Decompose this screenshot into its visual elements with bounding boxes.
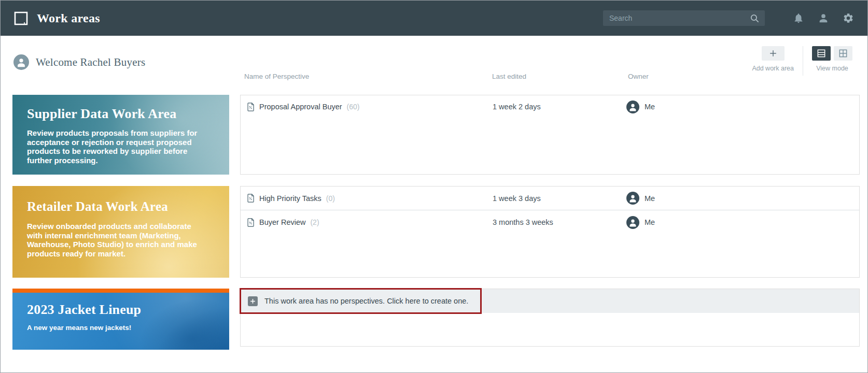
perspective-row[interactable]: High Priority Tasks (0) 1 week 3 days Me [241, 187, 859, 210]
work-area-card-jackets[interactable]: 2023 Jacket Lineup A new year means new … [12, 289, 229, 350]
perspective-owner: Me [645, 218, 655, 226]
welcome-banner: Welcome Rachel Buyers [13, 54, 145, 70]
column-header-name: Name of Perspective [244, 73, 309, 80]
perspective-owner: Me [645, 103, 655, 111]
create-perspective-row[interactable]: This work area has no perspectives. Clic… [241, 289, 859, 313]
page-title: Work areas [37, 11, 100, 25]
add-work-area-button[interactable] [762, 46, 785, 61]
plus-square-icon [248, 296, 258, 306]
work-area-title: Supplier Data Work Area [27, 106, 215, 122]
perspective-name-cell: Buyer Review (2) [247, 210, 319, 234]
add-work-area-group: Add work area [752, 46, 794, 72]
app-logo-icon [14, 11, 28, 25]
perspective-row[interactable]: Buyer Review (2) 3 months 3 weeks Me [241, 210, 859, 234]
perspective-count: (0) [326, 194, 335, 203]
perspective-name: Buyer Review [259, 218, 305, 226]
column-header-last-edited: Last edited [492, 73, 526, 80]
document-icon [247, 103, 255, 111]
perspective-last-edited: 1 week 3 days [493, 187, 541, 210]
gear-icon[interactable] [843, 12, 854, 24]
work-area-section-jackets: 2023 Jacket Lineup A new year means new … [12, 289, 860, 350]
search-input[interactable] [609, 14, 750, 22]
view-list-button[interactable] [812, 46, 831, 61]
perspective-owner-cell: Me [626, 187, 655, 210]
perspective-name-cell: Proposal Approval Buyer (60) [247, 95, 360, 118]
document-icon [247, 218, 255, 227]
app-header: Work areas [1, 1, 867, 36]
view-mode-label: View mode [816, 65, 848, 72]
perspective-last-edited: 3 months 3 weeks [493, 210, 553, 234]
user-icon[interactable] [818, 12, 829, 24]
welcome-avatar-icon [13, 54, 29, 70]
work-area-card-supplier[interactable]: Supplier Data Work Area Review products … [12, 95, 229, 175]
work-area-title: 2023 Jacket Lineup [27, 302, 215, 318]
owner-avatar-icon [626, 101, 639, 113]
work-area-description: Review products proposals from suppliers… [27, 128, 198, 165]
empty-perspectives-message: This work area has no perspectives. Clic… [264, 297, 468, 305]
work-area-title: Retailer Data Work Area [27, 199, 215, 214]
perspective-name-cell: High Priority Tasks (0) [247, 187, 335, 210]
search-bar [603, 10, 765, 26]
view-grid-button[interactable] [834, 46, 852, 61]
bell-icon[interactable] [793, 12, 804, 24]
view-mode-group: View mode [812, 46, 852, 72]
owner-avatar-icon [626, 192, 639, 205]
perspective-owner-cell: Me [626, 95, 655, 118]
search-icon[interactable] [750, 13, 760, 23]
perspective-panel-retailer: High Priority Tasks (0) 1 week 3 days Me [240, 186, 860, 278]
work-area-card-retailer[interactable]: Retailer Data Work Area Review onboarded… [12, 186, 229, 278]
perspective-panel-supplier: Proposal Approval Buyer (60) 1 week 2 da… [240, 95, 860, 175]
work-area-description: A new year means new jackets! [27, 324, 198, 332]
perspective-row[interactable]: Proposal Approval Buyer (60) 1 week 2 da… [241, 95, 859, 118]
perspective-panel-jackets: This work area has no perspectives. Clic… [240, 289, 860, 347]
owner-avatar-icon [626, 216, 639, 229]
column-header-owner: Owner [628, 73, 649, 80]
perspective-owner-cell: Me [626, 210, 655, 234]
work-area-description: Review onboarded products and collaborat… [27, 222, 203, 258]
perspective-last-edited: 1 week 2 days [493, 95, 541, 118]
perspective-name: High Priority Tasks [259, 194, 321, 203]
add-work-area-label: Add work area [752, 65, 794, 72]
toolbar-divider [803, 46, 803, 76]
work-area-section-supplier: Supplier Data Work Area Review products … [12, 95, 860, 175]
work-area-section-retailer: Retailer Data Work Area Review onboarded… [12, 186, 860, 278]
welcome-text: Welcome Rachel Buyers [36, 56, 145, 69]
perspective-count: (60) [347, 103, 360, 111]
document-icon [247, 194, 255, 203]
perspective-owner: Me [645, 194, 655, 203]
perspective-count: (2) [310, 218, 319, 226]
toolbar: Add work area View mode [752, 46, 852, 76]
perspective-name: Proposal Approval Buyer [259, 103, 342, 111]
